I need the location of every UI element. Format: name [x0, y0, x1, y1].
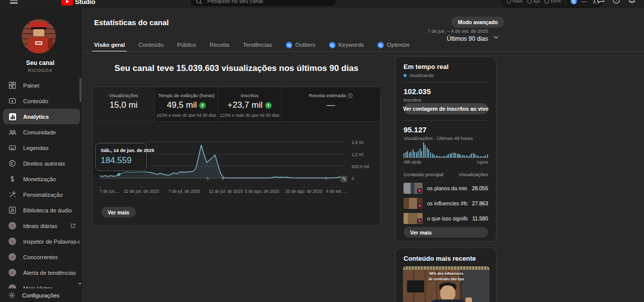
- tab-label: Conteúdo: [138, 42, 164, 48]
- x-tick-label: 7 de jun....: [100, 189, 120, 194]
- thumbnail-caption: 98% dos influencersde conteúdo são tipo: [403, 271, 490, 282]
- chart-marker-icon[interactable]: ϟ: [206, 176, 210, 181]
- x-tick-mark: [304, 186, 304, 188]
- tab-visao-geral[interactable]: Visão geral: [94, 38, 125, 51]
- minimize-icon[interactable]: —: [582, 0, 587, 4]
- chart-marker-icon[interactable]: ϟ: [341, 176, 347, 182]
- chart-marker-icon[interactable]: ϟ: [324, 176, 328, 181]
- date-range-selector[interactable]: 7 de jun. – 4 de set. de 2025 Últimos 90…: [428, 28, 488, 42]
- vidiq-logo-icon[interactable]: iQ: [571, 0, 577, 5]
- advanced-mode-button[interactable]: Modo avançado: [451, 17, 504, 28]
- chevron-down-icon[interactable]: [493, 34, 499, 40]
- sidebar-item-label: Monetização: [23, 176, 56, 182]
- realtime-bar: [476, 156, 477, 158]
- realtime-views-label: Visualizações · Últimas 48 horas: [404, 135, 488, 141]
- youtube-studio-logo[interactable]: Studio: [61, 0, 95, 6]
- ext-stat: 102%: [544, 0, 560, 4]
- see-more-button[interactable]: Ver mais: [101, 207, 136, 217]
- sidebar-item-label: Inspetor de Palavras-chave: [23, 239, 79, 245]
- help-icon[interactable]: ?: [612, 0, 620, 4]
- sidebar-item-comunidade[interactable]: Comunidade: [0, 124, 83, 140]
- realtime-bar: [407, 151, 408, 158]
- metric-value: —: [281, 100, 380, 110]
- metric-card-visualizacoes[interactable]: Visualizações15,0 mi: [93, 87, 154, 121]
- metric-card-inscritos[interactable]: Inscritos+23,7 mil123% a mais do que há …: [218, 87, 281, 121]
- sidebar-item-legendas[interactable]: Legendas: [0, 140, 83, 156]
- scroll-down-arrow-icon[interactable]: [78, 283, 82, 285]
- sidebar-item-direitos-autorais[interactable]: Direitos autorais: [0, 156, 83, 171]
- copyright-icon: [8, 159, 17, 168]
- feedback-icon[interactable]: [597, 0, 605, 4]
- hamburger-menu-icon[interactable]: [10, 0, 18, 4]
- metric-value: +23,7 mil: [218, 100, 281, 110]
- top-content-row[interactable]: o que isso significa? #...11.580: [404, 211, 488, 226]
- channel-avatar[interactable]: [22, 19, 56, 53]
- ext-stat-label: Fetch: [513, 0, 523, 4]
- sidebar-item-concorrentes[interactable]: iQConcorrentes: [0, 249, 83, 265]
- realtime-bar: [414, 152, 415, 158]
- ext-stat: Fetch: [507, 0, 523, 4]
- realtime-bar: [411, 152, 412, 158]
- realtime-bar: [404, 153, 405, 158]
- tab-publico[interactable]: Público: [177, 38, 196, 51]
- realtime-bar: [453, 153, 454, 158]
- notifications-bell-icon[interactable]: [628, 0, 636, 4]
- metric-value-text: 15,0 mi: [110, 100, 138, 110]
- sidebar-item-monetizacao[interactable]: Monetização: [0, 171, 83, 187]
- top-content-header-left: Conteúdo principal: [404, 172, 443, 177]
- download-icon[interactable]: [592, 0, 597, 4]
- metric-value: 49,5 mil: [155, 100, 218, 110]
- realtime-bar: [455, 153, 456, 158]
- tab-keywords[interactable]: iQKeywords: [329, 38, 364, 51]
- tooltip-date: Sáb., 14 de jun. de 2025: [101, 147, 141, 153]
- tab-receita[interactable]: Receita: [210, 38, 229, 51]
- sidebar-item-painel[interactable]: Painel: [0, 78, 83, 93]
- top-content-row[interactable]: os planos da minha ami...28.055: [404, 181, 488, 196]
- x-tick-label: 7 de jul. de 2025: [169, 189, 200, 194]
- x-tick-label: 4 de set. ...: [326, 189, 347, 194]
- sidebar-item-analytics[interactable]: Analytics: [3, 109, 80, 124]
- metric-card-tempo-de-exibicao-horas[interactable]: Tempo de exibição (horas)49,5 mil163% a …: [154, 87, 218, 121]
- x-axis-labels: 7 de jun....22 de jun. de 20257 de jul. …: [100, 189, 344, 196]
- metric-card-receita-estimada[interactable]: Receita estimada—: [281, 87, 380, 121]
- chart-marker-icon[interactable]: ϟ: [221, 176, 225, 181]
- tab-conteudo[interactable]: Conteúdo: [138, 38, 164, 51]
- sidebar-item-alerta-de-tendencias[interactable]: iQAlerta de tendências: [0, 265, 83, 280]
- sidebar-item-biblioteca-de-audio[interactable]: Biblioteca de áudio: [0, 202, 83, 218]
- video-thumbnail: [404, 198, 423, 209]
- sidebar-item-configuracoes[interactable]: Configurações: [0, 288, 83, 302]
- top-content-row[interactable]: os influencies #foryou ...27.863: [404, 196, 488, 211]
- realtime-bar: [434, 155, 435, 158]
- sidebar-item-ideais-diarias[interactable]: iQIdeais diárias: [0, 218, 83, 234]
- divider: [404, 82, 488, 83]
- vidiq-icon: iQ: [8, 253, 17, 261]
- recent-video-thumbnail[interactable]: 98% dos influencersde conteúdo são tipo: [403, 266, 490, 302]
- search-bar[interactable]: [190, 0, 337, 7]
- realtime-bar: [485, 156, 486, 158]
- topbar: Studio Fetch4µs102% iQ — ?: [0, 0, 644, 8]
- sidebar-scrollbar[interactable]: [79, 78, 82, 102]
- y-tick-label: 600,0 mil: [352, 164, 369, 169]
- realtime-subscribers-label: Inscritos: [404, 97, 488, 103]
- metric-value-text: —: [327, 100, 335, 110]
- tab-label: Keywords: [339, 42, 364, 48]
- live-subscriber-count-button[interactable]: Ver contagem de inscritos ao vivo: [404, 103, 488, 114]
- chart-tooltip: Sáb., 14 de jun. de 2025 184.559: [95, 143, 147, 171]
- sidebar-item-label: Comunidade: [23, 129, 56, 135]
- sidebar-item-personalizacao[interactable]: Personalização: [0, 187, 83, 202]
- sidebar-item-conteudo[interactable]: Conteúdo: [0, 93, 83, 109]
- tab-outliers[interactable]: iQOutliers: [286, 38, 315, 51]
- sidebar-item-label: Direitos autorais: [23, 161, 65, 167]
- sidebar-item-label: Personalização: [23, 192, 63, 198]
- search-input[interactable]: [206, 0, 332, 5]
- tab-optimize[interactable]: iQOptimize: [377, 38, 410, 51]
- extension-toolbar[interactable]: Fetch4µs102% iQ —: [501, 0, 603, 8]
- realtime-bar-chart[interactable]: [404, 142, 488, 158]
- tab-tendencias[interactable]: Tendências: [243, 38, 272, 51]
- sidebar-item-inspetor-de-palavras-chave[interactable]: iQInspetor de Palavras-chave: [0, 234, 83, 249]
- clock-icon: [348, 93, 353, 98]
- x-tick-label: 20 de ago. de 2025: [285, 189, 322, 194]
- realtime-bar: [439, 156, 440, 158]
- dashboard-icon: [8, 81, 17, 90]
- realtime-see-more-button[interactable]: Ver mais: [404, 227, 488, 238]
